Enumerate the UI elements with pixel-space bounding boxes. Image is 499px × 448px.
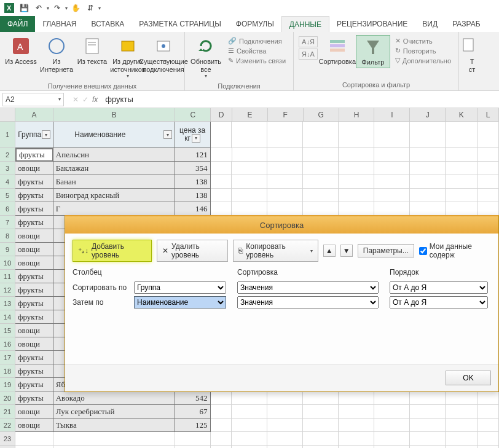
cell[interactable]: [339, 189, 374, 202]
cell[interactable]: [446, 202, 477, 216]
tab-data[interactable]: ДАННЫЕ: [281, 16, 329, 32]
cell[interactable]: [410, 175, 446, 189]
row-header-17[interactable]: 17: [0, 351, 15, 364]
row-header-12[interactable]: 12: [0, 283, 15, 297]
cell[interactable]: [374, 175, 410, 189]
cell-A9[interactable]: овощи: [15, 243, 53, 256]
cell[interactable]: [267, 122, 303, 148]
cell-C3[interactable]: 354: [175, 162, 211, 175]
cell[interactable]: [267, 202, 303, 216]
cell[interactable]: [232, 148, 268, 162]
row-header-5[interactable]: 5: [0, 189, 15, 202]
advanced-filter-button[interactable]: ▽Дополнительно: [394, 56, 452, 65]
tab-home[interactable]: ГЛАВНАЯ: [35, 16, 84, 32]
redo-icon[interactable]: ↷: [50, 1, 64, 15]
cell-B21[interactable]: Лук серебристый: [53, 405, 175, 419]
cell-A11[interactable]: фрукты: [15, 270, 53, 283]
sort-options-button[interactable]: Параметры...: [358, 244, 414, 257]
cell[interactable]: [374, 122, 410, 148]
cell[interactable]: [339, 162, 374, 175]
clear-filter-button[interactable]: ⨯Очистить: [394, 36, 452, 45]
cell[interactable]: [446, 189, 477, 202]
cell[interactable]: [339, 391, 374, 405]
cell[interactable]: [339, 446, 374, 448]
cell[interactable]: [303, 175, 339, 189]
save-icon[interactable]: 💾: [17, 1, 31, 15]
move-down-button[interactable]: ▼: [340, 245, 353, 257]
cell-C22[interactable]: 125: [175, 419, 211, 432]
cell[interactable]: [477, 202, 499, 216]
cell[interactable]: [477, 419, 499, 432]
cell-C20[interactable]: 542: [175, 391, 211, 405]
cell-A14[interactable]: фрукты: [15, 310, 53, 324]
touch-icon[interactable]: ✋: [69, 1, 82, 15]
cell-B20[interactable]: Авокадо: [53, 391, 175, 405]
row-header-16[interactable]: 16: [0, 337, 15, 351]
tab-review[interactable]: РЕЦЕНЗИРОВАНИЕ: [329, 16, 415, 32]
cell[interactable]: [446, 391, 477, 405]
text-to-columns-button[interactable]: Тст: [463, 35, 481, 74]
row-header-18[interactable]: 18: [0, 364, 15, 378]
cell[interactable]: [211, 162, 232, 175]
row-header-22[interactable]: 22: [0, 419, 15, 432]
my-data-headers-checkbox[interactable]: Мои данные содерж: [419, 242, 491, 259]
select-all-corner[interactable]: [0, 108, 15, 121]
cell[interactable]: [267, 175, 303, 189]
cell-A23[interactable]: [15, 432, 53, 446]
row-header-4[interactable]: 4: [0, 175, 15, 189]
tab-insert[interactable]: ВСТАВКА: [84, 16, 132, 32]
copy-level-button[interactable]: ⎘Копировать уровень▾: [233, 240, 318, 262]
col-header-C[interactable]: C: [175, 108, 211, 121]
ok-button[interactable]: OK: [446, 371, 491, 385]
row-header-23[interactable]: 23: [0, 432, 15, 446]
cell[interactable]: [232, 391, 267, 405]
col-header-H[interactable]: H: [339, 108, 375, 121]
cell[interactable]: [211, 432, 232, 446]
cell[interactable]: [374, 432, 410, 446]
cell[interactable]: [339, 432, 374, 446]
row-header-6[interactable]: 6: [0, 202, 15, 216]
col-header-L[interactable]: L: [477, 108, 499, 121]
filter-icon[interactable]: ▾: [163, 130, 172, 139]
cell[interactable]: [339, 202, 374, 216]
cell[interactable]: [303, 162, 339, 175]
cell-C23[interactable]: [175, 432, 211, 446]
cell[interactable]: [232, 122, 267, 148]
cell[interactable]: [477, 148, 499, 162]
sort-za-button[interactable]: Я↓А: [299, 49, 318, 60]
cell[interactable]: [410, 148, 446, 162]
cell[interactable]: [303, 419, 339, 432]
cell[interactable]: [303, 391, 339, 405]
cell[interactable]: [339, 148, 374, 162]
col-header-K[interactable]: K: [446, 108, 477, 121]
then-by-order-select[interactable]: От А до Я: [390, 296, 488, 308]
cell[interactable]: [303, 432, 339, 446]
cell[interactable]: [446, 432, 477, 446]
cell[interactable]: [267, 405, 303, 419]
cell[interactable]: [303, 148, 339, 162]
cell[interactable]: [446, 162, 477, 175]
cell[interactable]: [232, 162, 267, 175]
from-text-button[interactable]: Из текста: [75, 35, 109, 67]
row-header-3[interactable]: 3: [0, 162, 15, 175]
row-header-7[interactable]: 7: [0, 216, 15, 229]
qat-customize-icon[interactable]: ▾: [98, 6, 101, 11]
formula-input[interactable]: фрукты: [101, 95, 499, 104]
cell[interactable]: [410, 446, 446, 448]
redo-dropdown-icon[interactable]: ▾: [65, 6, 68, 11]
cell[interactable]: [446, 405, 477, 419]
row-header-2[interactable]: 2: [0, 148, 15, 162]
row-header-15[interactable]: 15: [0, 324, 15, 337]
cell[interactable]: [267, 162, 303, 175]
delete-level-button[interactable]: ✕Удалить уровень: [157, 240, 228, 262]
cell[interactable]: [477, 432, 499, 446]
existing-connections-button[interactable]: Существующие подключения: [146, 35, 181, 74]
cell[interactable]: [211, 189, 232, 202]
sort-by-on-select[interactable]: Значения: [237, 281, 379, 294]
cell[interactable]: [211, 405, 232, 419]
cell[interactable]: [339, 175, 374, 189]
sort-by-order-select[interactable]: От А до Я: [390, 281, 488, 294]
cell[interactable]: [211, 391, 232, 405]
cell[interactable]: [477, 405, 499, 419]
cell-B6[interactable]: Г: [53, 202, 175, 216]
